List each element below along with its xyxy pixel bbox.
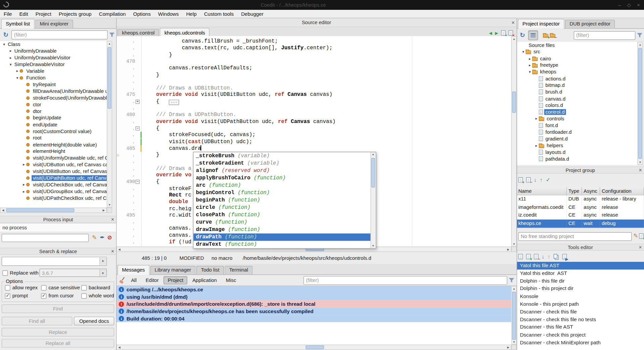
menu-windows[interactable]: Windows (154, 10, 183, 18)
expander-icon[interactable]: ▸ (534, 117, 539, 121)
gutter-line[interactable]: . (116, 232, 142, 239)
tab-todo-list[interactable]: Todo list (196, 266, 224, 275)
tree-item[interactable]: colors.d (517, 102, 638, 109)
completion-item[interactable]: beginPath(function) (193, 196, 370, 204)
code-line[interactable]: canvas. (143, 232, 191, 239)
tab-terminal[interactable]: Terminal (225, 266, 252, 275)
menu-options[interactable]: Options (130, 10, 154, 18)
code-line[interactable]: } (143, 152, 159, 159)
tree-item[interactable]: ▸helpers (517, 142, 638, 149)
scroll-up-arrow[interactable]: ▲ (371, 152, 375, 157)
scroll-up-arrow[interactable]: ▲ (512, 286, 516, 291)
scroll-right-arrow[interactable]: ▶ (506, 247, 510, 251)
completion-item[interactable]: _strokeBrush(variable) (193, 152, 370, 160)
new-free-project-icon[interactable]: + (639, 233, 643, 239)
tree-item[interactable]: ▸visit(UDButton udc, ref Canvas can (0, 161, 107, 168)
tab-project-inspector[interactable]: Project inspector (518, 19, 564, 28)
remove-project-icon[interactable]: − (526, 177, 531, 182)
scroll-down-arrow[interactable]: ▼ (512, 242, 516, 246)
maximize-button[interactable]: ◇ (627, 2, 631, 8)
column-header-type[interactable]: Type (567, 187, 582, 195)
checkbox-box[interactable] (2, 270, 8, 276)
tree-item[interactable]: ▸Variable (0, 68, 107, 74)
gutter-line[interactable]: . (116, 85, 142, 92)
code-line[interactable]: { ... (143, 98, 179, 105)
gutter-line[interactable]: . (116, 185, 142, 192)
editor-vscrollbar[interactable]: ▲ ▼ (511, 36, 517, 247)
gutter-line[interactable]: . (116, 52, 142, 58)
find-all-button[interactable]: Find all (2, 317, 72, 326)
tree-item[interactable]: dtor (0, 108, 107, 115)
expander-icon[interactable]: ▸ (8, 56, 13, 60)
replace-all-button[interactable]: Replace all (2, 339, 114, 348)
tree-item[interactable]: Source files (517, 42, 638, 49)
tree-item[interactable]: ctor (0, 101, 107, 108)
scroll-left-arrow[interactable]: ◀ (117, 345, 121, 349)
tree-item[interactable]: font.d (517, 122, 638, 129)
tab-mini-explorer[interactable]: Mini explorer (35, 20, 73, 28)
chevron-down-icon[interactable]: ▾ (99, 270, 106, 276)
expander-icon[interactable]: ▾ (527, 70, 532, 74)
right-splitter[interactable] (517, 18, 517, 350)
scrollbar-thumb[interactable] (108, 47, 111, 109)
code-line[interactable]: override vo (143, 172, 191, 179)
completion-item[interactable]: arc(function) (193, 182, 370, 189)
filter-funnel-icon[interactable] (109, 32, 115, 38)
tree-item[interactable]: pathdata.d (517, 156, 638, 162)
expander-icon[interactable]: ▸ (534, 143, 539, 148)
file-tree-vscrollbar[interactable]: ▲ ▼ (637, 42, 643, 165)
menu-debugger[interactable]: Debugger (237, 10, 267, 18)
close-document-icon[interactable]: × (508, 31, 513, 36)
tree-view-toggle-button[interactable] (528, 31, 538, 40)
gutter-line[interactable]: 495 (116, 212, 142, 219)
tool-item[interactable]: Yatol this file AST (517, 262, 644, 270)
column-header-async[interactable]: Async (582, 187, 600, 195)
menu-compilation[interactable]: Compilation (95, 10, 130, 18)
code-line[interactable]: canvas. (143, 225, 191, 232)
checkbox-box[interactable] (81, 293, 87, 298)
message-row[interactable]: iusing /usr/bin/dmd (dmd) (116, 293, 511, 301)
filter-funnel-icon[interactable] (509, 278, 514, 283)
tool-item[interactable]: Dscanner - this file AST (517, 324, 644, 331)
tab-messages[interactable]: Messages (117, 265, 149, 275)
scrollbar-thumb[interactable] (371, 158, 375, 187)
scrollbar-thumb[interactable] (512, 92, 516, 113)
gutter-line[interactable]: 470 (116, 58, 142, 65)
gutter-line[interactable]: 485 (116, 145, 142, 152)
tree-item[interactable]: control.d (517, 109, 638, 115)
scroll-left-arrow[interactable]: ◀ (1, 208, 5, 212)
expander-icon[interactable]: ▸ (21, 163, 27, 167)
checkbox-box[interactable] (5, 285, 10, 290)
folded-code-box[interactable]: ... (169, 100, 179, 105)
completion-item[interactable]: _strokeGradient(variable) (193, 160, 370, 167)
tree-item[interactable]: visit(UDBitButton udc, ref Canvas c (0, 168, 107, 175)
fold-marker[interactable]: − (136, 180, 140, 184)
gutter-line[interactable]: 490− (116, 179, 142, 185)
gutter-line[interactable]: 480 (116, 112, 142, 118)
scrollbar-thumb[interactable] (638, 48, 642, 159)
opened-docs-button[interactable]: Opened docs (74, 317, 114, 326)
checkbox-box[interactable] (5, 293, 10, 298)
code-line[interactable]: rc.widt (143, 212, 191, 219)
tree-item[interactable]: brush.d (517, 89, 638, 95)
tree-item[interactable]: fillDrawArea(UniformlyDrawable ud (0, 88, 107, 95)
editor-gutter[interactable]: ...470....475.+.480..−..485.⚠...490−....… (116, 36, 142, 247)
next-document-icon[interactable]: ▶ (495, 31, 498, 35)
close-panel-icon[interactable]: × (511, 18, 514, 27)
gutter-line[interactable]: . (116, 159, 142, 165)
close-button[interactable]: × (637, 2, 640, 8)
completion-item[interactable]: drawImage(function) (193, 226, 370, 233)
completion-item[interactable]: alignof(reserved word) (193, 167, 370, 174)
tool-item[interactable]: Dolphin - this file dir (517, 277, 644, 285)
code-line[interactable]: /// Draws a UDBitButton. (143, 85, 233, 92)
checkbox-box[interactable] (41, 285, 46, 290)
gutter-line[interactable]: .+ (116, 98, 142, 105)
tree-item[interactable]: visit(UniformlyDrawable udc, ref C (0, 155, 107, 161)
gutter-line[interactable]: . (116, 219, 142, 225)
add-tool-icon[interactable]: + (526, 254, 531, 259)
tool-item[interactable]: Dscanner - check MiniExplorer path (517, 339, 644, 347)
tree-item[interactable]: tryRepaint (0, 81, 107, 88)
project-row[interactable]: iz.coeditCEasyncrelease (517, 212, 644, 220)
code-line[interactable]: override void visit(UDPathButton udc, re… (143, 118, 336, 125)
tree-item[interactable]: beginUpdate (0, 115, 107, 121)
